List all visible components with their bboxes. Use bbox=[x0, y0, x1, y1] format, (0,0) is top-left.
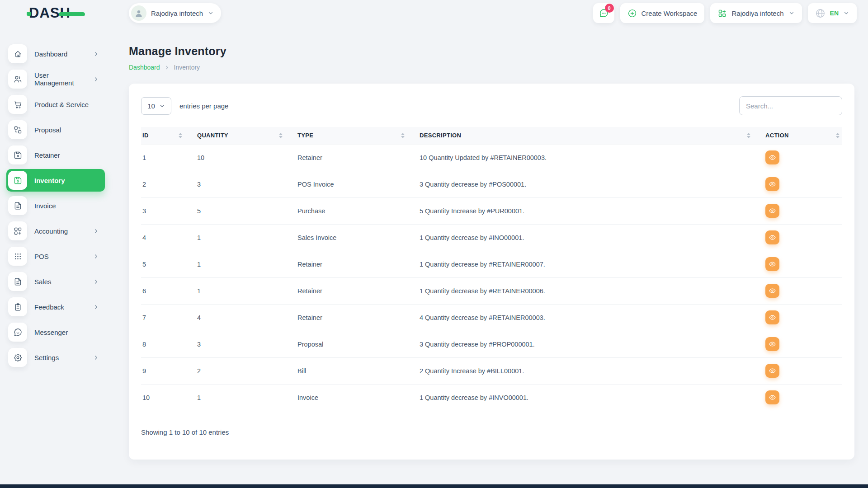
transform-icon bbox=[8, 120, 27, 139]
sidebar-item-messenger[interactable]: Messenger bbox=[6, 321, 105, 343]
sidebar-item-label: POS bbox=[34, 253, 85, 260]
column-header-quantity[interactable]: QUANTITY bbox=[196, 127, 296, 144]
users-icon bbox=[8, 70, 27, 89]
gear-icon bbox=[8, 348, 27, 367]
sidebar-item-invoice[interactable]: Invoice bbox=[6, 194, 105, 217]
sidebar-item-retainer[interactable]: Retainer bbox=[6, 144, 105, 166]
sidebar-item-label: Invoice bbox=[34, 202, 99, 210]
breadcrumb-current: Inventory bbox=[174, 64, 200, 71]
cell-description: 4 Quantity decrease by #RETAINER00003. bbox=[418, 304, 764, 331]
file-icon bbox=[8, 272, 27, 291]
sort-icon bbox=[747, 133, 750, 138]
floppy-icon bbox=[8, 171, 27, 190]
chevron-down-icon bbox=[208, 10, 214, 16]
language-code: EN bbox=[830, 9, 839, 17]
plus-circle-icon bbox=[627, 9, 637, 18]
sort-icon bbox=[279, 133, 283, 138]
cell-type: Retainer bbox=[296, 277, 418, 304]
view-action-button[interactable] bbox=[765, 310, 779, 324]
cell-quantity: 1 bbox=[196, 224, 296, 251]
cell-quantity: 3 bbox=[196, 331, 296, 357]
breadcrumb-dashboard-link[interactable]: Dashboard bbox=[129, 64, 160, 71]
create-workspace-button[interactable]: Create Workspace bbox=[620, 3, 705, 23]
cell-quantity: 10 bbox=[196, 144, 296, 171]
view-action-button[interactable] bbox=[765, 204, 779, 218]
chevron-down-icon bbox=[843, 10, 849, 16]
main-content: Manage Inventory Dashboard Inventory 10 … bbox=[108, 26, 868, 484]
view-action-button[interactable] bbox=[765, 284, 779, 298]
cell-description: 3 Quantity decrease by #POS00001. bbox=[418, 171, 764, 197]
column-header-description[interactable]: DESCRIPTION bbox=[418, 127, 764, 144]
cell-id: 9 bbox=[141, 357, 196, 384]
sidebar-item-user-management[interactable]: User Management bbox=[6, 68, 105, 90]
sort-icon bbox=[836, 133, 840, 138]
column-header-type[interactable]: TYPE bbox=[296, 127, 418, 144]
column-header-action[interactable]: ACTION bbox=[764, 127, 842, 144]
sidebar-item-label: Proposal bbox=[34, 126, 99, 134]
sidebar: DashboardUser ManagementProduct & Servic… bbox=[0, 26, 108, 484]
cell-type: Sales Invoice bbox=[296, 224, 418, 251]
cell-type: POS Invoice bbox=[296, 171, 418, 197]
company-selector[interactable]: Rajodiya infotech bbox=[710, 3, 802, 23]
entries-per-page-select[interactable]: 10 bbox=[141, 97, 171, 115]
sidebar-item-label: Settings bbox=[34, 354, 85, 361]
table-row: 23POS Invoice3 Quantity decrease by #POS… bbox=[141, 171, 842, 197]
view-action-button[interactable] bbox=[765, 177, 779, 191]
cell-type: Retainer bbox=[296, 251, 418, 277]
column-header-id[interactable]: ID bbox=[141, 127, 196, 144]
sidebar-item-inventory[interactable]: Inventory bbox=[6, 169, 105, 192]
cell-id: 7 bbox=[141, 304, 196, 331]
chevron-right-icon bbox=[93, 76, 99, 83]
sidebar-item-dashboard[interactable]: Dashboard bbox=[6, 42, 105, 65]
search-input[interactable] bbox=[739, 96, 842, 115]
cell-quantity: 2 bbox=[196, 357, 296, 384]
chevron-right-icon bbox=[93, 51, 99, 57]
view-action-button[interactable] bbox=[765, 150, 779, 164]
sidebar-item-feedback[interactable]: Feedback bbox=[6, 296, 105, 318]
cart-icon bbox=[8, 95, 27, 114]
cell-description: 1 Quantity decrease by #INO00001. bbox=[418, 224, 764, 251]
breadcrumb: Dashboard Inventory bbox=[129, 64, 854, 71]
sidebar-item-accounting[interactable]: Accounting bbox=[6, 220, 105, 242]
sidebar-item-proposal[interactable]: Proposal bbox=[6, 118, 105, 141]
view-action-button[interactable] bbox=[765, 257, 779, 271]
chevron-right-icon bbox=[93, 228, 99, 235]
chevron-right-icon bbox=[93, 304, 99, 310]
sort-icon bbox=[179, 133, 182, 138]
workspace-name: Rajodiya infotech bbox=[151, 9, 203, 17]
language-selector[interactable]: EN bbox=[808, 3, 857, 23]
cell-description: 3 Quantity decrease by #PROP000001. bbox=[418, 331, 764, 357]
sidebar-item-pos[interactable]: POS bbox=[6, 245, 105, 267]
brand-logo[interactable]: DASH bbox=[0, 5, 108, 21]
cell-quantity: 5 bbox=[196, 197, 296, 224]
logo-accent-dot bbox=[27, 12, 31, 16]
cell-type: Purchase bbox=[296, 197, 418, 224]
chevron-right-icon bbox=[93, 354, 99, 361]
table-row: 110Retainer10 Quantity Updated by #RETAI… bbox=[141, 144, 842, 171]
cell-id: 10 bbox=[141, 384, 196, 411]
view-action-button[interactable] bbox=[765, 390, 779, 404]
table-row: 92Bill2 Quantity Increase by #BILL00001. bbox=[141, 357, 842, 384]
chevron-right-icon bbox=[164, 65, 170, 70]
cell-description: 10 Quantity Updated by #RETAINER00003. bbox=[418, 144, 764, 171]
sidebar-item-label: Retainer bbox=[34, 151, 99, 159]
view-action-button[interactable] bbox=[765, 230, 779, 244]
cell-id: 1 bbox=[141, 144, 196, 171]
sidebar-item-settings[interactable]: Settings bbox=[6, 346, 105, 369]
home-icon bbox=[8, 44, 27, 63]
table-summary: Showing 1 to 10 of 10 entries bbox=[141, 411, 842, 436]
cell-id: 5 bbox=[141, 251, 196, 277]
cell-description: 1 Quantity decrease by #INVO00001. bbox=[418, 384, 764, 411]
apps-icon bbox=[717, 9, 727, 18]
cell-description: 1 Quantity decrease by #RETAINER00006. bbox=[418, 277, 764, 304]
cell-quantity: 1 bbox=[196, 277, 296, 304]
cell-id: 2 bbox=[141, 171, 196, 197]
sidebar-item-product-service[interactable]: Product & Service bbox=[6, 93, 105, 116]
sidebar-item-label: Feedback bbox=[34, 303, 85, 311]
workspace-selector[interactable]: Rajodiya infotech bbox=[129, 3, 221, 23]
messages-button[interactable]: 0 bbox=[593, 3, 614, 23]
cell-type: Invoice bbox=[296, 384, 418, 411]
view-action-button[interactable] bbox=[765, 337, 779, 351]
sidebar-item-sales[interactable]: Sales bbox=[6, 270, 105, 293]
view-action-button[interactable] bbox=[765, 364, 779, 378]
